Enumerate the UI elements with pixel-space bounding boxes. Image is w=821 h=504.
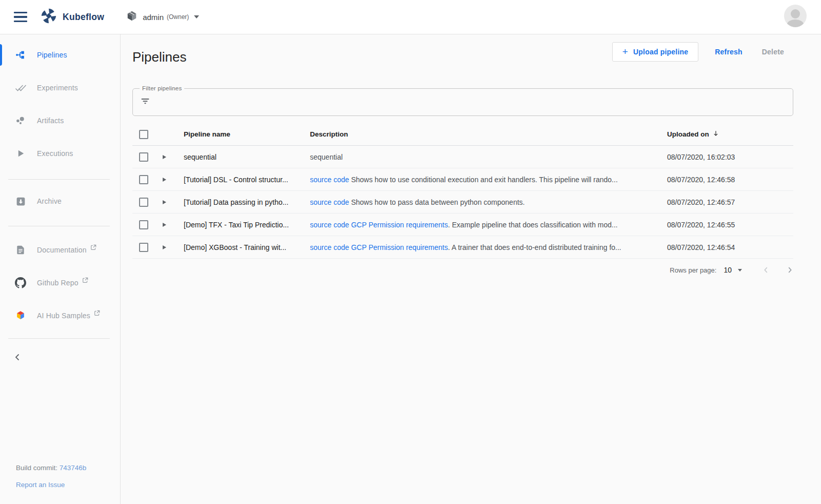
expand-row-icon[interactable] <box>163 223 166 227</box>
description-link[interactable]: source code <box>310 243 349 251</box>
build-commit: Build commit: 743746b <box>16 464 86 472</box>
table-row[interactable]: [Demo] XGBoost - Training wit...source c… <box>132 236 793 259</box>
row-checkbox[interactable] <box>139 152 148 162</box>
description-text: . A trainer that does end-to-end distrib… <box>448 243 621 251</box>
page-title: Pipelines <box>132 49 187 65</box>
rows-per-page-value: 10 <box>724 266 732 274</box>
uploaded-on-cell: 08/07/2020, 16:02:03 <box>667 153 793 161</box>
description-cell: source code Shows how to use conditional… <box>310 176 667 184</box>
ai-hub-icon <box>14 309 27 322</box>
table-row[interactable]: sequentialsequential08/07/2020, 16:02:03 <box>132 146 793 168</box>
github-icon <box>14 277 27 289</box>
sidebar-item-label: Documentation <box>37 246 87 254</box>
description-cell: sequential <box>310 153 667 161</box>
active-indicator <box>0 44 2 66</box>
sidebar-item-experiments[interactable]: Experiments <box>0 77 120 98</box>
main-content: Pipelines + Upload pipeline Refresh Dele… <box>121 34 821 504</box>
column-header-description[interactable]: Description <box>310 130 667 138</box>
pipeline-name-cell[interactable]: [Demo] TFX - Taxi Tip Predictio... <box>184 221 310 229</box>
pipeline-name-cell[interactable]: [Tutorial] DSL - Control structur... <box>184 176 310 184</box>
artifacts-icon <box>14 114 27 127</box>
row-checkbox[interactable] <box>139 220 148 229</box>
sidebar-item-github-repo[interactable]: Github Repo <box>0 273 120 293</box>
description-link[interactable]: source code <box>310 176 349 184</box>
sidebar-item-ai-hub-samples[interactable]: AI Hub Samples <box>0 305 120 326</box>
uploaded-on-cell: 08/07/2020, 12:46:55 <box>667 221 793 229</box>
external-link-icon <box>82 276 88 285</box>
table-row[interactable]: [Tutorial] DSL - Control structur...sour… <box>132 168 793 191</box>
pagination-bar: Rows per page: 10 <box>132 259 793 281</box>
filter-input[interactable] <box>157 98 793 106</box>
description-link[interactable]: source code <box>310 221 349 229</box>
expand-row-icon[interactable] <box>163 200 166 204</box>
table-body: sequentialsequential08/07/2020, 16:02:03… <box>132 146 793 259</box>
sidebar-item-label: Pipelines <box>37 51 67 59</box>
description-text: Shows how to pass data between python co… <box>349 198 524 206</box>
next-page-button[interactable] <box>786 266 793 274</box>
sidebar-item-label: Executions <box>37 149 73 158</box>
uploaded-on-cell: 08/07/2020, 12:46:57 <box>667 198 793 206</box>
sidebar-item-executions[interactable]: Executions <box>0 143 120 164</box>
kubeflow-logo-icon <box>41 8 56 26</box>
expand-row-icon[interactable] <box>163 155 166 159</box>
previous-page-button[interactable] <box>763 266 770 274</box>
description-cell: source code Shows how to pass data betwe… <box>310 198 667 206</box>
column-header-uploaded-on[interactable]: Uploaded on <box>667 130 793 139</box>
sidebar-item-label: AI Hub Samples <box>37 312 90 320</box>
column-header-pipeline-name[interactable]: Pipeline name <box>184 130 310 138</box>
filter-field: Filter pipelines <box>132 88 793 116</box>
delete-button[interactable]: Delete <box>762 48 784 56</box>
kubeflow-brand[interactable]: Kubeflow <box>41 8 104 26</box>
description-link[interactable]: source code <box>310 198 349 206</box>
expand-row-icon[interactable] <box>163 178 166 182</box>
archive-icon <box>14 195 27 207</box>
rows-per-page-select[interactable]: 10 <box>724 266 742 274</box>
refresh-button[interactable]: Refresh <box>715 48 742 56</box>
row-checkbox[interactable] <box>139 198 148 207</box>
menu-icon[interactable] <box>14 12 27 22</box>
collapse-sidebar-button[interactable] <box>13 350 28 364</box>
pipeline-name-cell[interactable]: [Demo] XGBoost - Training wit... <box>184 243 310 251</box>
uploaded-on-label: Uploaded on <box>667 130 709 138</box>
toolbar: + Upload pipeline Refresh Delete <box>612 42 786 62</box>
sidebar-item-documentation[interactable]: Documentation <box>0 240 120 260</box>
row-checkbox[interactable] <box>139 243 148 252</box>
sidebar-item-label: Github Repo <box>37 279 79 287</box>
experiments-icon <box>14 82 27 94</box>
sidebar-item-label: Artifacts <box>37 117 64 125</box>
namespace-role: (Owner) <box>167 13 189 21</box>
user-avatar[interactable] <box>784 5 807 27</box>
report-issue-link[interactable]: Report an Issue <box>16 481 86 489</box>
sidebar-item-artifacts[interactable]: Artifacts <box>0 110 120 131</box>
sidebar-item-archive[interactable]: Archive <box>0 191 120 211</box>
executions-icon <box>14 147 27 160</box>
select-all-checkbox[interactable] <box>139 130 148 139</box>
app-title: Kubeflow <box>63 12 104 23</box>
external-link-icon <box>94 309 100 318</box>
uploaded-on-cell: 08/07/2020, 12:46:54 <box>667 243 793 251</box>
description-text: . Example pipeline that does classificat… <box>448 221 618 229</box>
sidebar-item-pipelines[interactable]: Pipelines <box>0 45 120 65</box>
build-commit-link[interactable]: 743746b <box>60 464 87 472</box>
description-cell: source code GCP Permission requirements.… <box>310 243 667 251</box>
description-cell: source code GCP Permission requirements.… <box>310 221 667 229</box>
sidebar-item-label: Archive <box>37 197 62 205</box>
pipelines-icon <box>14 49 27 61</box>
pipeline-name-cell[interactable]: [Tutorial] Data passing in pytho... <box>184 198 310 206</box>
upload-pipeline-button[interactable]: + Upload pipeline <box>612 42 699 62</box>
sort-desc-arrow-icon <box>712 130 719 139</box>
chevron-down-icon <box>738 269 742 272</box>
description-link[interactable]: GCP Permission requirements <box>351 243 448 251</box>
description-text: Shows how to use conditional execution a… <box>349 176 618 184</box>
pipelines-table: Pipeline name Description Uploaded on se… <box>132 123 793 281</box>
table-row[interactable]: [Tutorial] Data passing in pytho...sourc… <box>132 191 793 214</box>
build-commit-label: Build commit: <box>16 464 57 472</box>
pipeline-name-cell[interactable]: sequential <box>184 153 310 161</box>
row-checkbox[interactable] <box>139 175 148 184</box>
table-row[interactable]: [Demo] TFX - Taxi Tip Predictio...source… <box>132 214 793 236</box>
description-link[interactable]: GCP Permission requirements <box>351 221 448 229</box>
namespace-selector[interactable]: admin (Owner) <box>126 10 199 24</box>
app-header: Kubeflow admin (Owner) <box>0 0 821 34</box>
expand-row-icon[interactable] <box>163 245 166 249</box>
chevron-down-icon <box>194 15 199 18</box>
